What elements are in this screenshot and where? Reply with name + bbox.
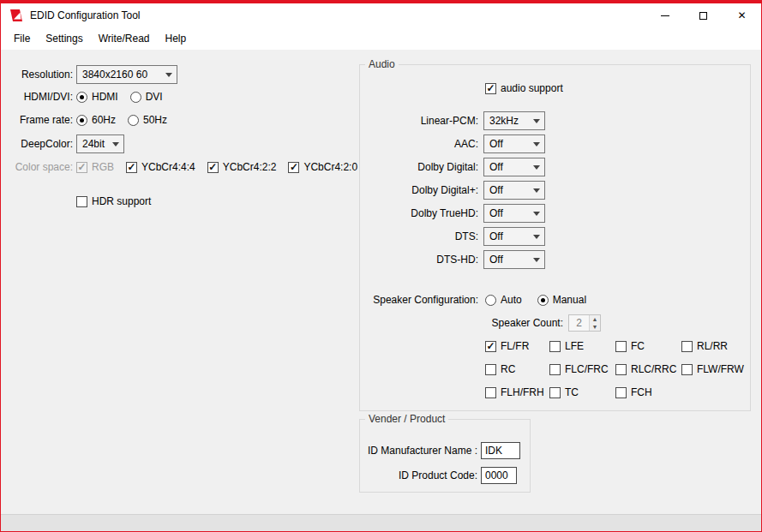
deepcolor-value: 24bit xyxy=(82,138,108,150)
spinner-buttons: ▲ ▼ xyxy=(589,315,600,331)
client-area: Resolution: 3840x2160 60 HDMI/DVI: HDMI … xyxy=(1,50,761,514)
flcfrc-label: FLC/FRC xyxy=(565,363,609,375)
product-code-input[interactable] xyxy=(481,467,517,484)
dolby-digital-plus-label: Dolby Digital+: xyxy=(359,181,478,200)
dolby-truehd-dropdown[interactable]: Off xyxy=(483,204,545,223)
checkbox-flcfrc[interactable]: FLC/FRC xyxy=(549,363,615,375)
checkbox-audio-support[interactable]: audio support xyxy=(485,82,563,94)
audio-group-title: Audio xyxy=(365,58,399,70)
radio-auto-label: Auto xyxy=(501,294,522,306)
chevron-down-icon xyxy=(529,228,544,245)
radio-speaker-manual[interactable]: Manual xyxy=(537,294,586,306)
window-controls: ✕ xyxy=(645,3,761,27)
radio-hdmi[interactable]: HDMI xyxy=(76,91,118,103)
chevron-down-icon xyxy=(529,135,544,152)
checkbox-ycbcr444[interactable]: YCbCr4:4:4 xyxy=(126,161,195,173)
checkbox-box xyxy=(76,162,87,173)
hdr-support-label: HDR support xyxy=(92,195,151,207)
dolby-digital-label: Dolby Digital: xyxy=(359,158,478,176)
checkbox-rlrr[interactable]: RL/RR xyxy=(681,340,759,352)
app-icon xyxy=(9,9,23,22)
chevron-down-icon xyxy=(108,135,123,152)
radio-speaker-auto[interactable]: Auto xyxy=(485,294,522,306)
radio-dot xyxy=(128,115,139,126)
spinner-up-icon[interactable]: ▲ xyxy=(590,315,600,323)
dts-hd-dropdown[interactable]: Off xyxy=(483,250,545,269)
speaker-count-value: 2 xyxy=(569,315,589,331)
close-icon: ✕ xyxy=(737,10,746,21)
checkbox-box xyxy=(615,341,627,352)
dolby-digital-plus-dropdown[interactable]: Off xyxy=(483,181,545,200)
radio-dot xyxy=(485,295,496,306)
radio-dot xyxy=(537,295,549,306)
aac-value: Off xyxy=(489,138,529,150)
checkbox-flhfrh[interactable]: FLH/FRH xyxy=(485,386,549,398)
menu-file[interactable]: File xyxy=(6,27,38,50)
deepcolor-label: DeepColor: xyxy=(1,134,73,153)
resolution-dropdown[interactable]: 3840x2160 60 xyxy=(76,65,177,84)
checkbox-tc[interactable]: TC xyxy=(549,386,615,398)
radio-manual-label: Manual xyxy=(553,294,586,306)
checkbox-rc[interactable]: RC xyxy=(485,363,549,375)
deepcolor-dropdown[interactable]: 24bit xyxy=(76,134,124,153)
checkbox-box xyxy=(288,162,299,173)
checkbox-fc[interactable]: FC xyxy=(615,340,681,352)
speaker-configuration-group: Auto Manual xyxy=(485,294,586,306)
app-window: EDID Configuration Tool ✕ File Settings … xyxy=(0,0,762,532)
checkbox-box xyxy=(615,364,627,375)
rlrr-label: RL/RR xyxy=(697,340,728,352)
radio-dot xyxy=(76,115,87,126)
radio-60hz[interactable]: 60Hz xyxy=(76,114,116,126)
checkbox-box xyxy=(615,387,627,398)
chevron-down-icon xyxy=(529,158,544,176)
speaker-count-label: Speaker Count: xyxy=(447,314,563,332)
maximize-button[interactable] xyxy=(684,3,723,27)
dolby-digital-dropdown[interactable]: Off xyxy=(483,158,545,176)
menu-write-read[interactable]: Write/Read xyxy=(91,27,158,50)
dts-dropdown[interactable]: Off xyxy=(483,227,545,246)
linear-pcm-label: Linear-PCM: xyxy=(359,111,478,130)
close-button[interactable]: ✕ xyxy=(723,3,761,27)
checkbox-flfr[interactable]: FL/FR xyxy=(485,340,549,352)
radio-dvi[interactable]: DVI xyxy=(130,91,163,103)
hdr-row: HDR support xyxy=(76,195,151,207)
checkbox-box xyxy=(681,341,693,352)
frame-rate-group: 60Hz 50Hz xyxy=(76,114,167,126)
checkbox-rlcrrc[interactable]: RLC/RRC xyxy=(615,363,681,375)
checkbox-box xyxy=(549,341,561,352)
checkbox-fch[interactable]: FCH xyxy=(615,386,681,398)
speaker-configuration-label: Speaker Configuration: xyxy=(359,290,478,309)
speaker-count-spinner[interactable]: 2 ▲ ▼ xyxy=(568,314,601,332)
speaker-checkbox-grid: FL/FR LFE FC RL/RR RC FLC/FRC RLC/RRC FL… xyxy=(485,340,759,398)
radio-50hz[interactable]: 50Hz xyxy=(128,114,167,126)
audio-support-label: audio support xyxy=(501,82,563,94)
linear-pcm-dropdown[interactable]: 32kHz xyxy=(483,111,545,130)
aac-dropdown[interactable]: Off xyxy=(483,134,545,153)
dts-hd-label: DTS-HD: xyxy=(359,250,478,269)
minimize-button[interactable] xyxy=(645,3,684,27)
menu-settings[interactable]: Settings xyxy=(38,27,90,50)
checkbox-box xyxy=(207,162,219,173)
manufacturer-name-input[interactable] xyxy=(481,442,520,459)
flwfrw-label: FLW/FRW xyxy=(697,363,744,375)
checkbox-ycbcr422[interactable]: YCbCr4:2:2 xyxy=(207,161,277,173)
flfr-label: FL/FR xyxy=(501,340,529,352)
checkbox-box xyxy=(681,364,693,375)
checkbox-hdr-support[interactable]: HDR support xyxy=(76,195,151,207)
menu-help[interactable]: Help xyxy=(158,27,195,50)
checkbox-ycbcr444-label: YCbCr4:4:4 xyxy=(141,161,195,173)
status-bar xyxy=(1,514,761,531)
checkbox-box xyxy=(126,162,137,173)
checkbox-lfe[interactable]: LFE xyxy=(549,340,615,352)
aac-label: AAC: xyxy=(359,134,478,153)
radio-hdmi-label: HDMI xyxy=(92,91,118,103)
checkbox-ycbcr420-label: YCbCr4:2:0 xyxy=(303,161,357,173)
chevron-down-icon xyxy=(161,66,177,83)
chevron-down-icon xyxy=(529,182,544,199)
spinner-down-icon[interactable]: ▼ xyxy=(590,323,600,331)
vendor-group-title: Vender / Product xyxy=(365,413,448,425)
fch-label: FCH xyxy=(631,386,652,398)
dolby-truehd-label: Dolby TrueHD: xyxy=(359,204,478,223)
checkbox-ycbcr420[interactable]: YCbCr4:2:0 xyxy=(288,161,357,173)
checkbox-flwfrw[interactable]: FLW/FRW xyxy=(681,363,759,375)
